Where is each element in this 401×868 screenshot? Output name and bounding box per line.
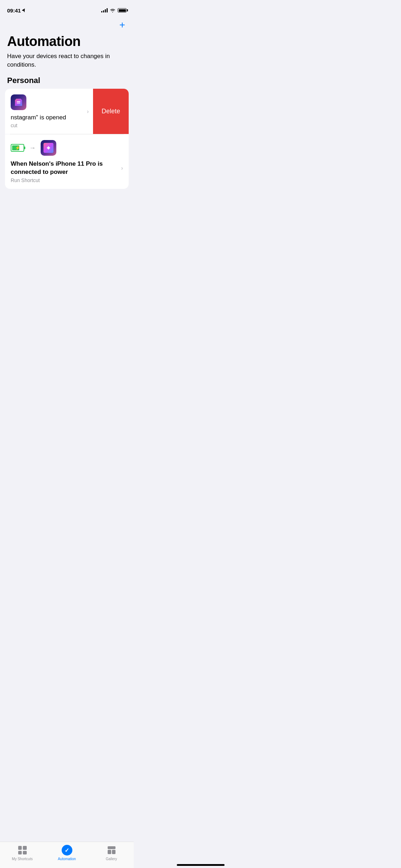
page-subtitle: Have your devices react to changes in co… — [7, 52, 127, 69]
header-bar: + — [0, 16, 134, 31]
shortcuts-logo-svg-2 — [43, 143, 53, 153]
status-icons — [101, 8, 127, 12]
location-arrow-icon — [22, 8, 26, 12]
charging-battery-icon: ⚡ — [11, 144, 24, 152]
card-1-icon-row — [11, 94, 81, 110]
delete-button-1[interactable]: Delete — [93, 89, 129, 134]
trigger-arrow-icon: → — [29, 144, 36, 152]
card-2-title-row: When Nelson's iPhone 11 Pro is connected… — [11, 160, 123, 176]
shortcuts-app-icon-2 — [41, 140, 56, 156]
battery-icon — [118, 8, 127, 12]
signal-icon — [101, 8, 108, 12]
card-2-title: When Nelson's iPhone 11 Pro is connected… — [11, 160, 118, 176]
status-time: 09:41 — [7, 7, 26, 14]
card-1-subtitle: cut — [11, 123, 81, 128]
card-2-subtitle: Run Shortcut — [11, 177, 123, 183]
page-title: Automation — [7, 34, 127, 49]
automation-list: nstagram" is opened cut › Delete ⚡ → — [0, 89, 134, 190]
card-1-content: nstagram" is opened cut — [5, 89, 87, 134]
card-2-chevron: › — [118, 165, 123, 171]
automation-card-1[interactable]: nstagram" is opened cut › Delete — [5, 89, 129, 134]
section-personal-header: Personal — [0, 69, 134, 89]
card-2-trigger-row: ⚡ → — [11, 140, 123, 156]
card-1-title: nstagram" is opened — [11, 114, 81, 122]
time-display: 09:41 — [7, 7, 21, 14]
card-1-chevron: › — [87, 108, 89, 115]
card-1-chevron-area: › — [87, 89, 93, 134]
shortcuts-logo-svg — [14, 97, 24, 107]
shortcuts-app-icon-1 — [11, 94, 26, 110]
add-automation-button[interactable]: + — [118, 19, 127, 31]
wifi-icon — [110, 8, 115, 12]
card-2-content: ⚡ → — [5, 134, 129, 189]
status-bar: 09:41 — [0, 0, 134, 16]
card-1-arrow — [29, 102, 31, 103]
automation-card-2[interactable]: ⚡ → — [5, 134, 129, 189]
bolt-icon: ⚡ — [15, 145, 20, 150]
page-title-area: Automation Have your devices react to ch… — [0, 31, 134, 69]
